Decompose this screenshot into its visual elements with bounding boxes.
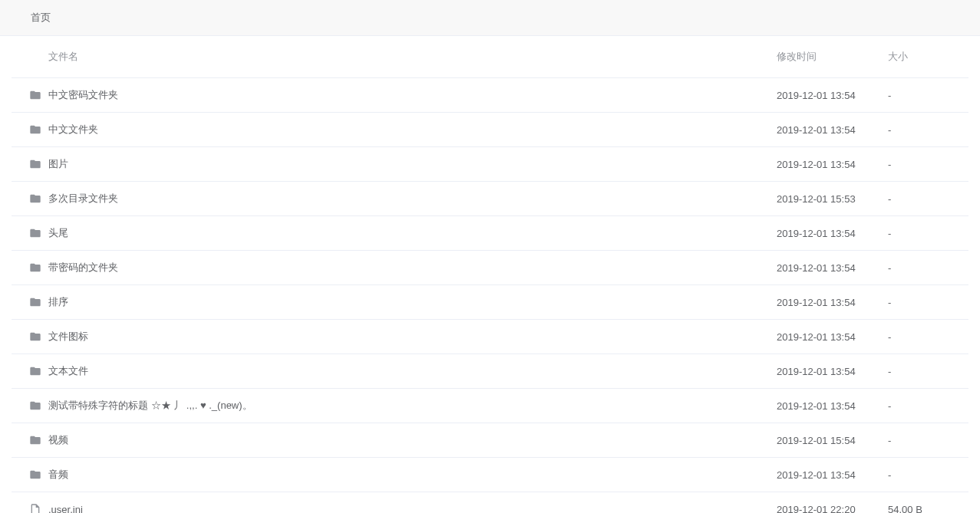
row-modified-cell: 2019-12-01 15:53 (777, 182, 888, 216)
folder-icon (28, 364, 42, 378)
row-name-cell: 音频 (48, 458, 777, 492)
row-icon-cell (12, 389, 48, 423)
row-modified-cell: 2019-12-01 13:54 (777, 251, 888, 285)
row-modified-cell: 2019-12-01 13:54 (777, 113, 888, 147)
folder-icon (28, 157, 42, 171)
row-icon-cell (12, 285, 48, 320)
file-name-link[interactable]: 音频 (48, 469, 68, 480)
row-name-cell: 图片 (48, 147, 777, 182)
file-name-link[interactable]: 文本文件 (48, 365, 88, 377)
folder-icon (28, 433, 42, 447)
row-size-cell: - (888, 78, 968, 113)
file-name-link[interactable]: 多次目录文件夹 (48, 192, 118, 204)
row-name-cell: 中文文件夹 (48, 113, 777, 147)
file-name-link[interactable]: .user.ini (48, 504, 83, 514)
table-row[interactable]: 多次目录文件夹2019-12-01 15:53- (12, 182, 968, 216)
table-row[interactable]: 音频2019-12-01 13:54- (12, 458, 968, 492)
row-name-cell: 多次目录文件夹 (48, 182, 777, 216)
row-name-cell: 排序 (48, 285, 777, 320)
row-modified-cell: 2019-12-01 13:54 (777, 78, 888, 113)
row-name-cell: 文件图标 (48, 320, 777, 354)
row-icon-cell (12, 320, 48, 354)
header-name[interactable]: 文件名 (48, 36, 777, 78)
row-size-cell: - (888, 354, 968, 389)
file-name-link[interactable]: 中文密码文件夹 (48, 89, 118, 100)
row-icon-cell (12, 182, 48, 216)
row-modified-cell: 2019-12-01 13:54 (777, 147, 888, 182)
row-icon-cell (12, 216, 48, 251)
table-row[interactable]: 头尾2019-12-01 13:54- (12, 216, 968, 251)
breadcrumb-home[interactable]: 首页 (31, 12, 51, 23)
row-size-cell: - (888, 147, 968, 182)
file-name-link[interactable]: 测试带特殊字符的标题 ☆★ 丿 .,,. ♥ ._(new)。 (48, 400, 252, 411)
row-size-cell: 54.00 B (888, 492, 968, 514)
row-icon-cell (12, 423, 48, 458)
row-size-cell: - (888, 251, 968, 285)
row-icon-cell (12, 78, 48, 113)
row-size-cell: - (888, 389, 968, 423)
row-modified-cell: 2019-12-01 22:20 (777, 492, 888, 514)
row-size-cell: - (888, 113, 968, 147)
folder-icon (28, 330, 42, 344)
row-icon-cell (12, 458, 48, 492)
breadcrumb: 首页 (0, 0, 980, 36)
row-name-cell: 带密码的文件夹 (48, 251, 777, 285)
table-row[interactable]: 带密码的文件夹2019-12-01 13:54- (12, 251, 968, 285)
row-name-cell: 中文密码文件夹 (48, 78, 777, 113)
row-icon-cell (12, 113, 48, 147)
header-modified[interactable]: 修改时间 (777, 36, 888, 78)
row-name-cell: .user.ini (48, 492, 777, 514)
table-row[interactable]: 图片2019-12-01 13:54- (12, 147, 968, 182)
row-icon-cell (12, 147, 48, 182)
header-size[interactable]: 大小 (888, 36, 968, 78)
file-name-link[interactable]: 图片 (48, 158, 68, 169)
folder-icon (28, 399, 42, 413)
file-name-link[interactable]: 中文文件夹 (48, 123, 98, 135)
table-row[interactable]: 排序2019-12-01 13:54- (12, 285, 968, 320)
row-icon-cell (12, 251, 48, 285)
row-size-cell: - (888, 216, 968, 251)
row-size-cell: - (888, 182, 968, 216)
header-icon (12, 36, 48, 78)
table-header-row: 文件名 修改时间 大小 (12, 36, 968, 78)
row-name-cell: 文本文件 (48, 354, 777, 389)
folder-icon (28, 295, 42, 309)
row-modified-cell: 2019-12-01 13:54 (777, 285, 888, 320)
row-icon-cell (12, 492, 48, 514)
folder-icon (28, 88, 42, 102)
table-row[interactable]: 视频2019-12-01 15:54- (12, 423, 968, 458)
row-size-cell: - (888, 458, 968, 492)
file-name-link[interactable]: 视频 (48, 434, 68, 446)
table-row[interactable]: 文件图标2019-12-01 13:54- (12, 320, 968, 354)
folder-icon (28, 226, 42, 240)
folder-icon (28, 123, 42, 136)
row-modified-cell: 2019-12-01 13:54 (777, 354, 888, 389)
table-row[interactable]: 中文密码文件夹2019-12-01 13:54- (12, 78, 968, 113)
file-name-link[interactable]: 头尾 (48, 227, 68, 238)
row-size-cell: - (888, 285, 968, 320)
file-name-link[interactable]: 带密码的文件夹 (48, 261, 118, 273)
row-name-cell: 测试带特殊字符的标题 ☆★ 丿 .,,. ♥ ._(new)。 (48, 389, 777, 423)
table-row[interactable]: .user.ini2019-12-01 22:2054.00 B (12, 492, 968, 514)
row-name-cell: 头尾 (48, 216, 777, 251)
file-name-link[interactable]: 文件图标 (48, 330, 88, 342)
file-table: 文件名 修改时间 大小 中文密码文件夹2019-12-01 13:54-中文文件… (12, 36, 968, 513)
file-list-container: 文件名 修改时间 大小 中文密码文件夹2019-12-01 13:54-中文文件… (0, 36, 980, 513)
row-modified-cell: 2019-12-01 13:54 (777, 458, 888, 492)
row-size-cell: - (888, 320, 968, 354)
file-name-link[interactable]: 排序 (48, 296, 68, 307)
folder-icon (28, 468, 42, 482)
folder-icon (28, 192, 42, 206)
folder-icon (28, 261, 42, 275)
table-row[interactable]: 中文文件夹2019-12-01 13:54- (12, 113, 968, 147)
row-icon-cell (12, 354, 48, 389)
row-modified-cell: 2019-12-01 13:54 (777, 320, 888, 354)
table-row[interactable]: 文本文件2019-12-01 13:54- (12, 354, 968, 389)
row-modified-cell: 2019-12-01 13:54 (777, 389, 888, 423)
file-icon (28, 502, 42, 513)
row-modified-cell: 2019-12-01 15:54 (777, 423, 888, 458)
row-size-cell: - (888, 423, 968, 458)
row-name-cell: 视频 (48, 423, 777, 458)
row-modified-cell: 2019-12-01 13:54 (777, 216, 888, 251)
table-row[interactable]: 测试带特殊字符的标题 ☆★ 丿 .,,. ♥ ._(new)。2019-12-0… (12, 389, 968, 423)
